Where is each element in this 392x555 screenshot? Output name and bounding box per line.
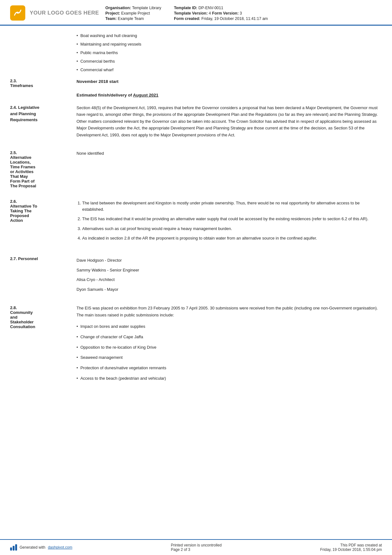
section-27-label: 2.7. Personnel	[10, 256, 77, 295]
timeframe-start: November 2018 start	[77, 78, 382, 84]
list-item: Access to the beach (pedestrian and vehi…	[77, 373, 382, 384]
header-meta: Organisation: Template Library Project: …	[105, 5, 382, 21]
top-bullet-list: Boat washing and hull cleaning Maintaini…	[77, 31, 382, 74]
list-item: Maintaining and repairing vessels	[77, 40, 382, 48]
top-bullets-content: Boat washing and hull cleaning Maintaini…	[77, 31, 382, 74]
section-24: 2.4. Legislative and Planning Requiremen…	[10, 97, 382, 143]
logo-area: YOUR LOGO GOES HERE	[10, 5, 99, 21]
timeframe-estimate: Estimated finish/delivery of August 2021	[77, 93, 382, 97]
list-item: Commercial wharf	[77, 65, 382, 74]
logo-text: YOUR LOGO GOES HERE	[30, 10, 99, 16]
footer-logo-icon	[10, 544, 17, 551]
section-26-content: The land between the development and Kin…	[77, 198, 382, 243]
section-28-label: 2.8. Community and Stakeholder Consultat…	[10, 305, 77, 384]
page: YOUR LOGO GOES HERE Organisation: Templa…	[0, 0, 392, 555]
section-23-content: November 2018 start Estimated finish/del…	[77, 78, 382, 97]
section-25-content: None identified	[77, 150, 382, 188]
logo-icon	[10, 5, 25, 21]
community-bullet-list: Impact on bores and water supplies Chang…	[77, 321, 382, 384]
section-27-content: Dave Hodgson - Director Sammy Watkins - …	[77, 256, 382, 295]
team-field: Team: Example Team	[105, 16, 161, 21]
project-field: Project: Example Project	[105, 11, 161, 16]
section-26-label: 2.6. Alternative To Taking The Proposed …	[10, 198, 77, 243]
list-item: Dyon Samuels - Mayor	[77, 285, 382, 295]
list-item: The land between the development and Kin…	[82, 198, 382, 214]
bar2	[13, 546, 15, 551]
list-item: Commercial berths	[77, 57, 382, 65]
list-item: Seaweed management	[77, 352, 382, 363]
alternatives-list: The land between the development and Kin…	[77, 198, 382, 243]
section-24-content: Section 48(5) of the Development Act, 19…	[77, 104, 382, 138]
list-item: The EIS has indicated that it would be p…	[82, 214, 382, 224]
template-id-field: Template ID: DP-ENV-0011	[174, 6, 268, 10]
header: YOUR LOGO GOES HERE Organisation: Templa…	[0, 0, 392, 26]
header-meta-left: Organisation: Template Library Project: …	[105, 6, 161, 21]
footer: Generated with dashpivot.com Printed ver…	[0, 539, 392, 555]
list-item: Impact on bores and water supplies	[77, 321, 382, 332]
section-26: 2.6. Alternative To Taking The Proposed …	[10, 191, 382, 249]
list-item: Alisa Cryo - Architect	[77, 275, 382, 285]
section-24-label: 2.4. Legislative and Planning Requiremen…	[10, 104, 77, 138]
template-version-field: Template Version: 4 Form Version: 3	[174, 11, 268, 16]
section-23-label: 2.3. Timeframes	[10, 78, 77, 97]
section-25: 2.5. Alternative Locations, Time Frames …	[10, 143, 382, 191]
main-content: Boat washing and hull cleaning Maintaini…	[0, 26, 392, 539]
list-item: Protection of dunes/native vegetation re…	[77, 363, 382, 373]
personnel-list: Dave Hodgson - Director Sammy Watkins - …	[77, 256, 382, 295]
list-item: Boat washing and hull cleaning	[77, 31, 382, 40]
section-28: 2.8. Community and Stakeholder Consultat…	[10, 298, 382, 387]
list-item: Alternatives such as cat proof fencing w…	[82, 224, 382, 234]
list-item: Sammy Watkins - Senior Engineer	[77, 265, 382, 275]
svg-point-0	[17, 12, 19, 14]
footer-right: This PDF was created at Friday, 19 Octob…	[320, 543, 382, 552]
footer-generated-text: Generated with	[20, 545, 45, 550]
section-23: 2.3. Timeframes November 2018 start Esti…	[10, 74, 382, 97]
footer-dashpivot-link[interactable]: dashpivot.com	[48, 545, 72, 550]
footer-center: Printed version is uncontrolled Page 2 o…	[171, 543, 222, 552]
list-item: As indicated in section 2.8 of the AR th…	[82, 234, 382, 243]
header-meta-right: Template ID: DP-ENV-0011 Template Versio…	[174, 6, 268, 21]
section-28-content: The EIS was placed on exhibition from 23…	[77, 305, 382, 384]
section-25-label: 2.5. Alternative Locations, Time Frames …	[10, 150, 77, 188]
bar1	[10, 547, 12, 551]
top-bullets-section: Boat washing and hull cleaning Maintaini…	[10, 26, 382, 74]
list-item: Change of character of Cape Jaffa	[77, 332, 382, 342]
section-27: 2.7. Personnel Dave Hodgson - Director S…	[10, 249, 382, 298]
list-item: Opposition to the re-location of King Dr…	[77, 342, 382, 353]
community-intro: The EIS was placed on exhibition from 23…	[77, 305, 382, 318]
footer-left: Generated with dashpivot.com	[10, 544, 72, 551]
form-created-field: Form created: Friday, 19 October 2018, 1…	[174, 16, 268, 21]
org-field: Organisation: Template Library	[105, 6, 161, 10]
list-item: Dave Hodgson - Director	[77, 256, 382, 265]
bar3	[15, 544, 17, 551]
list-item: Public marina berths	[77, 48, 382, 57]
